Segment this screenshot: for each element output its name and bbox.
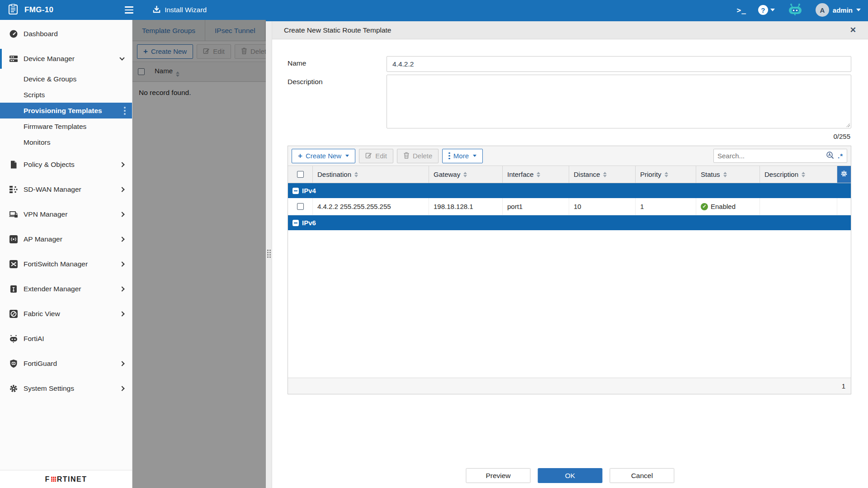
column-header-status[interactable]: Status — [696, 166, 760, 183]
fortinet-logo: F RTINET — [45, 475, 87, 483]
cell-interface: port1 — [503, 198, 569, 215]
sidebar-item-vpn-manager[interactable]: VPN Manager — [0, 204, 132, 224]
sidebar-item-fortiguard[interactable]: FortiGuard — [0, 354, 132, 374]
table-header-row: Destination Gateway Interface Distance P… — [288, 166, 851, 183]
sidebar-item-device-manager[interactable]: Device Manager — [0, 49, 132, 69]
create-new-dropdown-button[interactable]: Create New — [292, 149, 355, 163]
fortiai-icon — [9, 334, 18, 343]
dialog-title: Create New Static Route Template — [284, 26, 392, 34]
sidebar-item-ap-manager[interactable]: AP Manager — [0, 229, 132, 249]
select-all-checkbox[interactable] — [297, 171, 304, 178]
sidebar-item-sdwan-manager[interactable]: SD-WAN Manager — [0, 180, 132, 199]
user-name: admin — [833, 6, 853, 14]
cell-status: Enabled — [696, 198, 760, 215]
chevron-right-icon — [119, 212, 124, 217]
static-routes-table: Destination Gateway Interface Distance P… — [288, 166, 851, 394]
description-textarea[interactable] — [387, 75, 851, 128]
menu-toggle-icon[interactable] — [125, 6, 133, 14]
column-header-gateway[interactable]: Gateway — [429, 166, 503, 183]
sort-icon — [603, 172, 607, 177]
sidebar-item-extender-manager[interactable]: Extender Manager — [0, 279, 132, 299]
collapse-icon[interactable] — [292, 188, 299, 194]
sidebar-item-fortiai[interactable]: FortiAI — [0, 329, 132, 349]
chevron-right-icon — [119, 237, 124, 242]
policy-objects-icon — [9, 160, 18, 169]
fortiai-robot-icon[interactable] — [787, 3, 804, 18]
name-input[interactable] — [387, 56, 851, 72]
cell-distance: 10 — [569, 198, 636, 215]
dialog-resize-gutter[interactable] — [266, 21, 272, 488]
regex-search-icon[interactable]: .* — [838, 152, 843, 160]
dashboard-icon — [9, 29, 18, 38]
install-wizard-label: Install Wizard — [165, 6, 207, 14]
chevron-down-icon — [856, 9, 861, 11]
search-input[interactable] — [717, 152, 822, 160]
edit-icon — [365, 152, 372, 160]
device-manager-icon — [9, 54, 18, 63]
background-content-panel: Template Groups IPsec Tunnel Create New … — [132, 20, 266, 488]
cell-priority: 1 — [636, 198, 696, 215]
sidebar-item-system-settings[interactable]: System Settings — [0, 379, 132, 398]
cancel-button[interactable]: Cancel — [610, 468, 675, 483]
preview-button[interactable]: Preview — [466, 468, 531, 483]
sort-icon — [537, 172, 540, 177]
delete-button[interactable]: Delete — [397, 149, 439, 163]
column-header-destination[interactable]: Destination — [313, 166, 429, 183]
chevron-right-icon — [119, 361, 124, 366]
user-menu[interactable]: A admin — [816, 3, 861, 17]
sidebar-item-dashboard[interactable]: Dashboard — [0, 24, 132, 44]
sidebar-item-firmware-templates[interactable]: Firmware Templates — [0, 118, 132, 134]
sidebar-item-monitors[interactable]: Monitors — [0, 134, 132, 150]
chevron-right-icon — [119, 311, 124, 316]
drag-handle-icon[interactable] — [267, 250, 271, 258]
table-footer: 1 — [288, 378, 851, 394]
group-row-ipv4[interactable]: IPv4 — [288, 183, 851, 198]
help-icon — [758, 5, 768, 15]
terminal-icon[interactable] — [737, 6, 746, 14]
sidebar-footer: F RTINET — [0, 470, 132, 488]
search-icon[interactable] — [826, 151, 834, 161]
sort-icon — [802, 172, 805, 177]
ap-manager-icon — [9, 235, 18, 244]
fortiguard-icon — [9, 359, 18, 368]
clipboard-icon — [7, 4, 19, 17]
column-header-priority[interactable]: Priority — [636, 166, 696, 183]
sidebar-item-scripts[interactable]: Scripts — [0, 87, 132, 103]
more-dropdown-button[interactable]: More — [442, 149, 483, 163]
chevron-right-icon — [119, 386, 124, 391]
sidebar-item-device-groups[interactable]: Device & Groups — [0, 71, 132, 87]
edit-button[interactable]: Edit — [359, 149, 393, 163]
table-row[interactable]: 4.4.2.2 255.255.255.255 198.18.128.1 por… — [288, 198, 851, 215]
row-checkbox[interactable] — [297, 203, 304, 210]
column-header-interface[interactable]: Interface — [503, 166, 569, 183]
create-static-route-template-dialog: Create New Static Route Template Name De… — [266, 20, 868, 488]
gear-icon — [840, 170, 848, 179]
row-count: 1 — [842, 382, 845, 390]
chevron-right-icon — [119, 187, 124, 192]
search-box: .* — [713, 149, 847, 163]
close-icon[interactable] — [850, 25, 856, 35]
sort-icon — [665, 172, 668, 177]
column-header-distance[interactable]: Distance — [569, 166, 636, 183]
vpn-icon — [9, 210, 18, 219]
sidebar-item-provisioning-templates[interactable]: Provisioning Templates — [0, 103, 132, 118]
plus-icon — [298, 152, 302, 160]
sidebar-item-fabric-view[interactable]: Fabric View — [0, 304, 132, 324]
column-settings-button[interactable] — [837, 166, 851, 183]
device-manager-submenu: Device & Groups Scripts Provisioning Tem… — [0, 71, 132, 150]
collapse-icon[interactable] — [292, 220, 299, 226]
routes-panel: Create New Edit Delete M — [288, 146, 851, 394]
sidebar-item-fortiswitch-manager[interactable]: FortiSwitch Manager — [0, 254, 132, 274]
ok-button[interactable]: OK — [538, 468, 603, 483]
routes-toolbar: Create New Edit Delete M — [288, 146, 851, 166]
app-brand: FMG-10 — [7, 4, 53, 17]
sidebar-item-policy-objects[interactable]: Policy & Objects — [0, 155, 132, 175]
char-count: 0/255 — [288, 133, 850, 140]
group-row-ipv6[interactable]: IPv6 — [288, 215, 851, 230]
modal-dim-overlay — [132, 20, 266, 488]
install-wizard-button[interactable]: Install Wizard — [152, 5, 207, 15]
more-options-icon[interactable] — [124, 107, 126, 115]
help-menu[interactable] — [758, 5, 775, 15]
chevron-down-icon — [770, 9, 775, 11]
column-header-description[interactable]: Description — [760, 166, 837, 183]
